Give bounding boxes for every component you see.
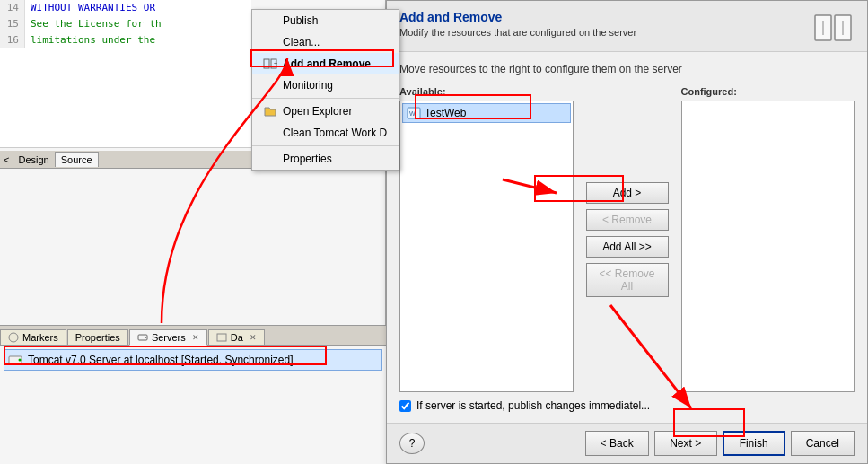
server-item-tomcat[interactable]: Tomcat v7.0 Server at localhost [Started…	[4, 349, 382, 371]
available-label: Available:	[399, 86, 574, 97]
publish-icon	[263, 13, 277, 28]
svg-text:+: +	[274, 59, 277, 67]
add-all-button[interactable]: Add All >>	[586, 236, 669, 258]
dialog-footer: ? < Back Next > Finish Cancel	[387, 423, 867, 463]
tab-markers[interactable]: Markers	[0, 329, 66, 345]
clean-tomcat-icon	[263, 126, 277, 140]
tab-properties[interactable]: Properties	[67, 329, 128, 345]
svg-point-3	[9, 333, 18, 342]
bottom-tab-bar: Markers Properties Servers ✕ Da ✕	[0, 326, 386, 346]
tab-design[interactable]: Design	[13, 153, 54, 167]
dialog-instruction: Move resources to the right to configure…	[399, 63, 855, 75]
cancel-button[interactable]: Cancel	[791, 431, 855, 456]
configured-panel: Configured:	[681, 86, 855, 392]
server-list: Tomcat v7.0 Server at localhost [Started…	[0, 346, 386, 374]
markers-icon	[8, 332, 19, 343]
remove-button[interactable]: < Remove	[586, 209, 669, 231]
folder-icon	[263, 104, 277, 118]
code-line-16: 16 limitations under the	[0, 32, 251, 48]
menu-item-clean-tomcat[interactable]: Clean Tomcat Work D	[252, 122, 399, 144]
design-source-tabs: < Design Source	[0, 151, 251, 169]
svg-rect-0	[264, 59, 269, 68]
monitoring-icon	[263, 78, 277, 92]
configured-label: Configured:	[681, 86, 855, 97]
clean-icon	[263, 35, 277, 49]
add-remove-dialog: Add and Remove Modify the resources that…	[386, 0, 868, 464]
available-panel: Available: W TestWeb	[399, 86, 574, 392]
dialog-title: Add and Remove	[399, 10, 636, 24]
add-button[interactable]: Add >	[586, 182, 669, 204]
footer-nav-buttons: < Back Next > Finish Cancel	[585, 431, 855, 456]
ide-panel: 14 WITHOUT WARRANTIES OR 15 See the Lice…	[0, 0, 386, 464]
tab-source[interactable]: Source	[55, 152, 99, 167]
dialog-body: Move resources to the right to configure…	[387, 52, 867, 423]
tab-da[interactable]: Da ✕	[208, 329, 265, 345]
servers-icon	[137, 332, 148, 343]
menu-item-open-explorer[interactable]: Open Explorer	[252, 101, 399, 122]
dialog-subtitle: Modify the resources that are configured…	[399, 27, 636, 38]
tab-servers[interactable]: Servers ✕	[129, 329, 207, 346]
transfer-buttons: Add > < Remove Add All >> << Remove All	[583, 86, 672, 392]
publish-checkbox-label: If server is started, publish changes im…	[416, 399, 650, 412]
svg-point-8	[19, 359, 22, 362]
da-icon	[216, 332, 227, 343]
svg-text:W: W	[409, 110, 416, 117]
properties-icon	[263, 152, 277, 166]
svg-point-5	[145, 337, 146, 338]
menu-item-publish[interactable]: Publish	[252, 10, 399, 31]
dialog-header: Add and Remove Modify the resources that…	[387, 1, 867, 52]
publish-checkbox[interactable]	[399, 400, 411, 412]
menu-separator-1	[252, 98, 399, 99]
next-button[interactable]: Next >	[654, 431, 717, 456]
finish-button[interactable]: Finish	[723, 431, 785, 456]
back-button[interactable]: < Back	[585, 431, 649, 456]
tab-servers-close[interactable]: ✕	[192, 333, 199, 342]
code-editor: 14 WITHOUT WARRANTIES OR 15 See the Lice…	[0, 0, 251, 148]
menu-item-properties[interactable]: Properties	[252, 148, 399, 170]
publish-changes-row: If server is started, publish changes im…	[399, 399, 855, 412]
remove-all-button[interactable]: << Remove All	[586, 263, 669, 297]
menu-item-clean[interactable]: Clean...	[252, 31, 399, 53]
context-menu: Publish Clean... + Add and Remove... Mon…	[251, 9, 399, 171]
resources-area: Available: W TestWeb Add > < Remove Add …	[399, 86, 855, 392]
bottom-panel: Markers Properties Servers ✕ Da ✕	[0, 325, 386, 464]
code-line-14: 14 WITHOUT WARRANTIES OR	[0, 0, 251, 16]
available-listbox[interactable]: W TestWeb	[399, 101, 574, 392]
available-item-testweb[interactable]: W TestWeb	[402, 103, 571, 123]
code-line-15: 15 See the License for th	[0, 16, 251, 32]
add-remove-icon: +	[263, 57, 277, 71]
menu-item-monitoring[interactable]: Monitoring	[252, 74, 399, 96]
help-button[interactable]: ?	[399, 433, 425, 454]
tomcat-icon	[8, 353, 22, 367]
testweb-icon: W	[407, 106, 421, 120]
configured-listbox[interactable]	[681, 101, 855, 392]
svg-rect-6	[217, 334, 226, 341]
menu-item-add-remove[interactable]: + Add and Remove...	[252, 53, 399, 74]
menu-separator-2	[252, 145, 399, 146]
tab-da-close[interactable]: ✕	[250, 333, 257, 342]
dialog-header-icon	[811, 10, 855, 46]
